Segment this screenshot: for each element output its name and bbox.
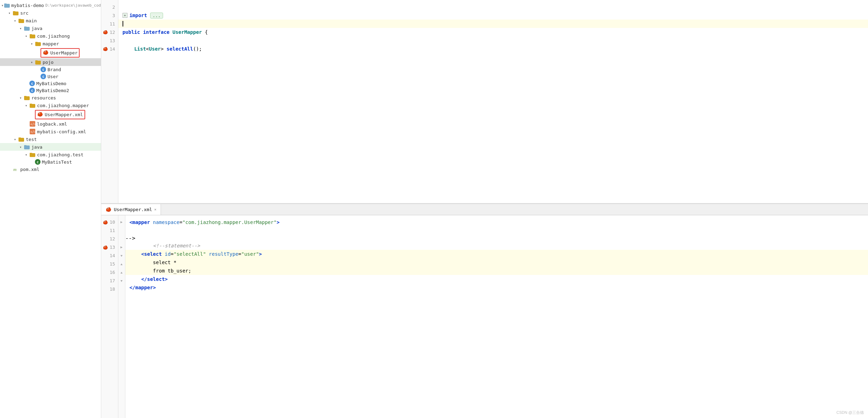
pom-icon: m [13, 166, 19, 172]
svg-rect-7 [24, 27, 27, 28]
tree-item-root[interactable]: mybatis-demo D:\workspace\javaweb_code\m… [0, 1, 101, 9]
code-area-bottom[interactable]: <mapper namespace = "com.jiazhong.mapper… [125, 215, 868, 418]
code-line-b18 [125, 292, 868, 300]
tree-item-com-jiazhong[interactable]: com.jiazhong [0, 32, 101, 40]
tree-item-usermapper-xml[interactable]: UserMapper.xml [0, 109, 101, 120]
tree-item-test[interactable]: test [0, 135, 101, 143]
svg-rect-17 [35, 60, 38, 61]
tree-item-pom-xml[interactable]: m pom.xml [0, 165, 101, 173]
tree-item-mybatisdemo2[interactable]: c MyBatisDemo2 [0, 87, 101, 94]
attr-namespace: namespace [153, 219, 179, 225]
tree-item-mapper-dir[interactable]: mapper [0, 40, 101, 47]
code-line-2 [118, 3, 868, 11]
user-type: User [149, 46, 161, 52]
label-usermapper-xml: UserMapper.xml [45, 112, 83, 117]
editor-bottom[interactable]: 10 11 12 [101, 215, 868, 418]
svg-rect-19 [24, 96, 27, 97]
label-com-jiazhong: com.jiazhong [37, 33, 70, 39]
line-numbers-top: 2 3 11 12 [101, 0, 118, 203]
svg-text:</>: </> [30, 130, 35, 134]
code-line-b15: from tb_user; [125, 267, 868, 275]
comment-statement: <!--statement--> [153, 243, 200, 248]
svg-point-15 [45, 51, 45, 52]
svg-text:m: m [13, 167, 16, 172]
path-root: D:\workspace\javaweb_code\my [45, 3, 101, 8]
bottom-tabs: UserMapper.xml × [101, 204, 868, 215]
label-brand: Brand [47, 67, 61, 72]
fold-b18 [118, 285, 125, 293]
line-num-11: 11 [101, 20, 118, 28]
tree-item-src[interactable]: src [0, 9, 101, 17]
arrow-test [13, 137, 17, 142]
tree-item-mybatis-config-xml[interactable]: </> mybatis-config.xml [0, 128, 101, 135]
label-mybatis-config-xml: mybatis-config.xml [37, 129, 86, 134]
tree-item-pojo[interactable]: pojo [0, 58, 101, 66]
fold-icon-b14-down [120, 254, 123, 257]
folder-icon-test-java [24, 144, 30, 150]
tree-item-mybatistest[interactable]: c MyBatisTest [0, 158, 101, 165]
tab-close-usermapper-xml[interactable]: × [154, 207, 157, 212]
line-num-3: 3 [101, 11, 118, 20]
editor-top[interactable]: 2 3 11 12 [101, 0, 868, 204]
fold-b15 [118, 260, 125, 268]
code-line-b10: <mapper namespace = "com.jiazhong.mapper… [125, 218, 868, 226]
folder-icon-test [18, 136, 24, 142]
arrow-com-jiazhong-mapper [24, 103, 29, 108]
label-logback-xml: logback.xml [37, 121, 67, 127]
attr-id: id [165, 251, 171, 257]
folder-icon-com-jiazhong-test [29, 151, 36, 158]
tree-item-com-jiazhong-test[interactable]: com.jiazhong.test [0, 151, 101, 158]
xml-icon-mybatis-config: </> [29, 128, 36, 135]
arrow-java [18, 26, 23, 31]
code-line-13 [118, 36, 868, 45]
code-line-b11 [125, 226, 868, 235]
gutter-mybatis-b10 [103, 219, 108, 225]
tree-item-mybatisdemo[interactable]: c MyBatisDemo [0, 80, 101, 87]
usermapper-xml-highlight: UserMapper.xml [35, 110, 85, 119]
selectall-method: selectAll [167, 46, 193, 52]
tree-item-user[interactable]: c User [0, 73, 101, 80]
usermapper-highlight: UserMapper [41, 48, 80, 58]
tree-item-com-jiazhong-mapper[interactable]: com.jiazhong.mapper [0, 102, 101, 109]
fold-icon-b13 [120, 246, 123, 249]
folder-icon-com-jiazhong-mapper [29, 102, 36, 109]
arrow-main [13, 18, 17, 23]
svg-marker-61 [120, 272, 123, 274]
gutter-mybatis-b13 [103, 245, 108, 250]
val-resulttype: "user" [241, 251, 259, 257]
code-line-b16: </select> [125, 275, 868, 283]
code-line-11[interactable] [118, 20, 868, 28]
code-line-b17: </mapper> [125, 283, 868, 292]
svg-point-48 [108, 208, 108, 209]
code-area-top[interactable]: + import ... public interface UserMapper [118, 0, 868, 203]
list-type: List [134, 46, 146, 52]
svg-rect-21 [30, 104, 32, 105]
tree-item-java[interactable]: java [0, 24, 101, 32]
fold-import-icon[interactable]: + [123, 13, 127, 18]
arrow-com-jiazhong-test [24, 152, 29, 157]
label-pom-xml: pom.xml [20, 167, 39, 172]
tag-mapper-open: <mapper [130, 219, 150, 225]
tag-select-close-bracket: > [259, 251, 262, 257]
gutter-mybatis-14 [103, 46, 108, 52]
tree-item-brand[interactable]: c Brand [0, 66, 101, 73]
tree-item-resources[interactable]: resources [0, 94, 101, 102]
svg-point-25 [39, 113, 40, 114]
line-num-14: 14 [101, 45, 118, 53]
from-keyword: from tb_user; [153, 268, 191, 274]
fold-b12 [118, 235, 125, 243]
label-main: main [26, 18, 37, 23]
svg-marker-59 [120, 255, 123, 257]
arrow-test-java [18, 144, 23, 149]
line-num-b17: 17 [101, 277, 118, 285]
tree-item-main[interactable]: main [0, 17, 101, 24]
kw-interface: interface [143, 29, 170, 35]
folder-icon-pojo [35, 59, 41, 65]
tree-item-test-java[interactable]: java [0, 143, 101, 151]
tree-item-usermapper[interactable]: UserMapper [0, 47, 101, 58]
tab-usermapper-xml[interactable]: UserMapper.xml × [101, 204, 161, 215]
attr-resulttype: resultType [209, 251, 238, 257]
code-line-3: + import ... [118, 11, 868, 20]
label-mybatisdemo2: MyBatisDemo2 [36, 88, 69, 93]
tree-item-logback-xml[interactable]: </> logback.xml [0, 120, 101, 128]
